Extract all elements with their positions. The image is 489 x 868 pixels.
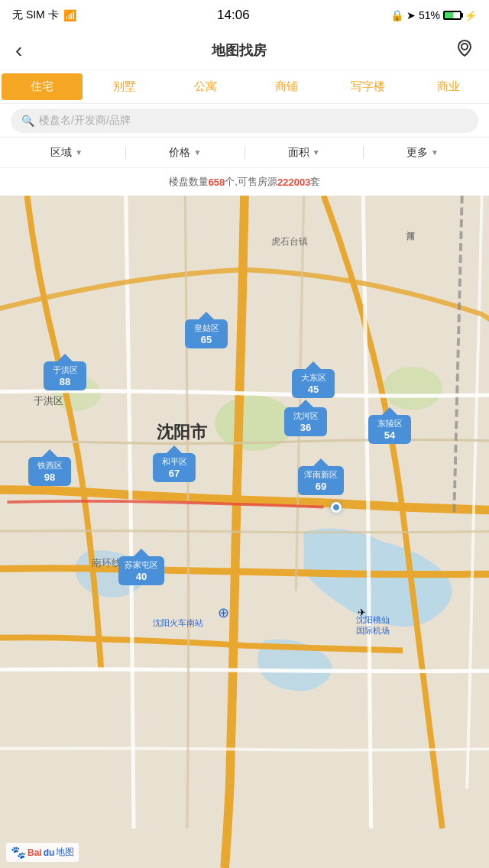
marker-yuhong[interactable]: 于洪区 88 — [44, 361, 86, 390]
current-location-dot — [331, 502, 342, 513]
marker-huanggu[interactable]: 皇姑区 65 — [185, 319, 228, 348]
tab-commercial[interactable]: 商业 — [408, 70, 489, 103]
filter-price[interactable]: 价格 ▼ — [126, 146, 244, 160]
wifi-icon: 📶 — [63, 9, 76, 21]
marker-huanggu-count: 65 — [191, 334, 222, 345]
marker-dadong-icon[interactable]: 大东区 45 — [292, 369, 335, 398]
marker-tiexi-count: 98 — [34, 471, 65, 483]
baidu-map-text: 地图 — [56, 846, 74, 859]
train-station-icon: ⊕ — [218, 604, 229, 621]
chevron-down-icon: ▼ — [313, 148, 320, 157]
marker-shenhe-icon[interactable]: 沈河区 36 — [284, 407, 327, 436]
stats-count: 658 — [209, 177, 225, 188]
stats-prefix: 楼盘数量 — [169, 175, 209, 189]
tab-house[interactable]: 住宅 — [2, 73, 83, 100]
airplane-icon: ✈ — [358, 607, 366, 618]
battery-icon — [443, 11, 461, 20]
city-name-label: 沈阳市 — [157, 421, 207, 444]
search-bar: 🔍 楼盘名/开发商/品牌 — [0, 104, 489, 138]
chevron-down-icon: ▼ — [431, 148, 439, 157]
marker-dadong-count: 45 — [298, 384, 329, 395]
status-left: 无 SIM 卡 📶 — [12, 8, 76, 22]
label-nanhuan: 南环线 — [92, 556, 121, 570]
filter-more[interactable]: 更多 ▼ — [364, 146, 481, 160]
marker-shenhe[interactable]: 沈河区 36 — [284, 407, 327, 436]
search-placeholder: 楼盘名/开发商/品牌 — [39, 114, 131, 128]
svg-point-2 — [383, 367, 442, 410]
marker-heping-icon[interactable]: 和平区 67 — [153, 453, 196, 482]
tab-villa[interactable]: 别墅 — [84, 70, 165, 103]
marker-hunnan-icon[interactable]: 浑南新区 69 — [298, 466, 344, 495]
marker-huanggu-icon[interactable]: 皇姑区 65 — [185, 319, 228, 348]
chevron-down-icon: ▼ — [75, 148, 83, 157]
carrier-text: 无 SIM 卡 — [12, 8, 59, 22]
category-tabs: 住宅 别墅 公寓 商铺 写字楼 商业 — [0, 70, 489, 104]
marker-dadong[interactable]: 大东区 45 — [292, 369, 335, 398]
label-hutai: 虎石台镇 — [271, 235, 308, 248]
marker-hunnan-name: 浑南新区 — [304, 469, 338, 481]
marker-hunnan[interactable]: 浑南新区 69 — [298, 466, 344, 495]
marker-shenhe-name: 沈河区 — [290, 410, 321, 422]
status-right: 🔒 ➤ 51% ⚡ — [390, 9, 477, 21]
marker-shenhe-count: 36 — [290, 422, 321, 433]
marker-tiexi-name: 铁西区 — [34, 460, 65, 471]
baidu-paw-icon: 🐾 — [11, 845, 26, 860]
stats-bar: 楼盘数量 658 个,可售房源 222003 套 — [0, 168, 489, 196]
marker-sujiatun-icon[interactable]: 苏家屯区 40 — [118, 556, 164, 585]
marker-yuhong-icon[interactable]: 于洪区 88 — [44, 361, 86, 390]
marker-sujiatun-name: 苏家屯区 — [125, 559, 158, 571]
back-button[interactable]: ‹ — [15, 40, 22, 61]
filter-size[interactable]: 面积 ▼ — [245, 146, 363, 160]
map-roads-svg — [0, 196, 489, 868]
marker-dongling-count: 54 — [374, 429, 405, 441]
tab-apartment[interactable]: 公寓 — [165, 70, 246, 103]
marker-heping-count: 67 — [159, 468, 189, 479]
charging-icon: ⚡ — [465, 10, 477, 21]
marker-tiexi-icon[interactable]: 铁西区 98 — [28, 457, 71, 486]
page-title: 地图找房 — [212, 41, 267, 60]
marker-heping-name: 和平区 — [159, 456, 189, 468]
map-background[interactable]: 沈阳市 于洪区 虎石台镇 蒲河 南环线 沈阳火车南站 ⊕ 沈阳桃仙国际机场 ✈ … — [0, 196, 489, 868]
baidu-logo: 🐾 Baidu 地图 — [6, 843, 79, 862]
marker-sujiatun[interactable]: 苏家屯区 40 — [118, 556, 164, 585]
stats-suffix: 套 — [310, 175, 320, 189]
svg-point-0 — [461, 44, 468, 50]
tab-office[interactable]: 写字楼 — [327, 70, 408, 103]
nav-bar: ‹ 地图找房 — [0, 31, 489, 70]
search-input-wrapper[interactable]: 🔍 楼盘名/开发商/品牌 — [11, 108, 478, 133]
filter-bar: 区域 ▼ 价格 ▼ 面积 ▼ 更多 ▼ — [0, 138, 489, 168]
marker-dongling-icon[interactable]: 东陵区 54 — [368, 415, 411, 444]
marker-yuhong-name: 于洪区 — [50, 364, 80, 376]
marker-dongling-name: 东陵区 — [374, 418, 405, 429]
map-container[interactable]: 沈阳市 于洪区 虎石台镇 蒲河 南环线 沈阳火车南站 ⊕ 沈阳桃仙国际机场 ✈ … — [0, 196, 489, 868]
baidu-brand-text: Bai — [28, 847, 42, 858]
marker-dadong-name: 大东区 — [298, 372, 329, 384]
marker-tiexi[interactable]: 铁西区 98 — [28, 457, 71, 486]
battery-percent: 51% — [419, 9, 440, 21]
direction-arrow-icon: ➤ — [406, 9, 416, 21]
marker-sujiatun-count: 40 — [125, 571, 158, 582]
tab-shop[interactable]: 商铺 — [246, 70, 327, 103]
stats-middle: 个,可售房源 — [225, 175, 277, 189]
status-time: 14:06 — [217, 8, 250, 23]
marker-heping[interactable]: 和平区 67 — [153, 453, 196, 482]
location-button[interactable] — [455, 39, 474, 62]
lock-icon: 🔒 — [390, 9, 403, 21]
label-train-south: 沈阳火车南站 — [153, 617, 203, 629]
filter-area[interactable]: 区域 ▼ — [8, 146, 125, 160]
search-icon: 🔍 — [21, 115, 34, 127]
marker-huanggu-name: 皇姑区 — [191, 322, 222, 334]
status-bar: 无 SIM 卡 📶 14:06 🔒 ➤ 51% ⚡ — [0, 0, 489, 31]
marker-dongling[interactable]: 东陵区 54 — [368, 415, 411, 444]
district-yuhong-text: 于洪区 — [34, 394, 63, 408]
chevron-down-icon: ▼ — [193, 148, 201, 157]
marker-yuhong-count: 88 — [50, 376, 80, 387]
stats-units: 222003 — [277, 177, 310, 188]
marker-hunnan-count: 69 — [304, 481, 338, 492]
